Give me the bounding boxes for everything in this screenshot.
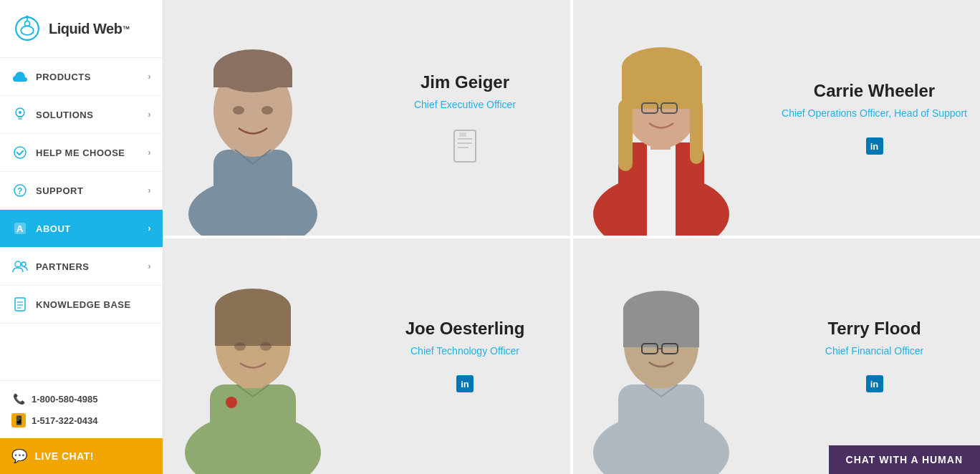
person-name-terry: Terry Flood bbox=[827, 319, 921, 339]
svg-rect-14 bbox=[15, 298, 25, 311]
chevron-right-icon: › bbox=[148, 223, 152, 233]
svg-rect-33 bbox=[647, 142, 676, 236]
svg-rect-19 bbox=[213, 150, 292, 236]
person-name-jim: Jim Geiger bbox=[421, 72, 509, 92]
sidebar-item-support[interactable]: ? SUPPORT › bbox=[0, 172, 163, 210]
a-icon: A bbox=[11, 220, 29, 237]
live-chat-button[interactable]: 💬 LIVE CHAT! bbox=[0, 438, 163, 474]
person-name-carrie: Carrie Wheeler bbox=[814, 81, 935, 101]
sidebar-item-about[interactable]: A ABOUT › bbox=[0, 210, 163, 248]
sidebar: Liquid Web™ PRODUCTS › SOLUTIONS › HELP … bbox=[0, 0, 163, 474]
mobile-icon: 📱 bbox=[11, 413, 26, 427]
silhouette-jim bbox=[170, 0, 335, 236]
nav-items: PRODUCTS › SOLUTIONS › HELP ME CHOOSE › … bbox=[0, 58, 163, 380]
sidebar-item-products[interactable]: PRODUCTS › bbox=[0, 58, 163, 96]
chevron-right-icon: › bbox=[148, 110, 152, 120]
svg-point-51 bbox=[226, 397, 237, 408]
linkedin-button-joe[interactable]: in bbox=[456, 375, 474, 392]
cloud-icon bbox=[11, 68, 29, 85]
silhouette-joe bbox=[170, 237, 335, 474]
logo-icon bbox=[11, 13, 43, 44]
question-icon: ? bbox=[11, 182, 29, 199]
checkmark-icon bbox=[11, 144, 29, 161]
silhouette-carrie bbox=[579, 0, 744, 236]
linkedin-button-terry[interactable]: in bbox=[866, 375, 883, 392]
silhouette-terry bbox=[579, 237, 744, 474]
contact-section: 📞 1-800-580-4985 📱 1-517-322-0434 bbox=[0, 380, 163, 438]
phone-icon: 📞 bbox=[11, 392, 26, 406]
person-title-joe: Chief Technology Officer bbox=[410, 344, 519, 359]
person-card-terry-flood: Terry Flood Chief Financial Officer in bbox=[572, 237, 980, 474]
photo-terry bbox=[572, 237, 784, 474]
logo-text: Liquid Web bbox=[49, 21, 122, 37]
chat-icon: 💬 bbox=[11, 448, 28, 464]
chevron-right-icon: › bbox=[148, 185, 152, 195]
lightbulb-icon bbox=[11, 106, 29, 123]
person-card-jim-geiger: Jim Geiger Chief Executive Officer bbox=[163, 0, 572, 237]
photo-carrie bbox=[572, 0, 784, 236]
linkedin-button-carrie[interactable]: in bbox=[866, 137, 883, 155]
vertical-divider bbox=[572, 0, 573, 474]
main-content: Jim Geiger Chief Executive Officer bbox=[163, 0, 980, 474]
sidebar-item-partners[interactable]: PARTNERS › bbox=[0, 248, 163, 286]
chevron-right-icon: › bbox=[148, 261, 152, 271]
svg-text:?: ? bbox=[17, 186, 23, 196]
svg-rect-37 bbox=[622, 66, 702, 109]
person-title-carrie: Chief Operations Officer, Head of Suppor… bbox=[782, 107, 967, 121]
chevron-right-icon: › bbox=[148, 72, 152, 82]
sidebar-item-knowledge-base[interactable]: KNOWLEDGE BASE bbox=[0, 286, 163, 324]
logo-area: Liquid Web™ bbox=[0, 0, 163, 58]
sidebar-item-solutions[interactable]: SOLUTIONS › bbox=[0, 96, 163, 134]
person-info-jim: Jim Geiger Chief Executive Officer bbox=[367, 0, 570, 236]
people-icon bbox=[11, 258, 29, 275]
svg-rect-30 bbox=[459, 132, 466, 137]
person-title-jim: Chief Executive Officer bbox=[414, 98, 516, 112]
svg-text:A: A bbox=[16, 223, 24, 234]
person-title-terry: Chief Financial Officer bbox=[825, 344, 923, 359]
svg-rect-48 bbox=[215, 306, 291, 346]
person-card-joe-oesterling: Joe Oesterling Chief Technology Officer … bbox=[163, 237, 572, 474]
photo-jim bbox=[163, 0, 375, 236]
phone-row-1[interactable]: 📞 1-800-580-4985 bbox=[11, 388, 151, 410]
cv-icon bbox=[451, 129, 479, 163]
chat-with-human-button[interactable]: CHAT WITH A HUMAN bbox=[829, 445, 980, 474]
svg-point-1 bbox=[21, 26, 34, 34]
svg-rect-44 bbox=[210, 384, 296, 474]
svg-point-2 bbox=[24, 21, 29, 26]
chevron-right-icon: › bbox=[148, 147, 152, 158]
sidebar-item-help-me-choose[interactable]: HELP ME CHOOSE › bbox=[0, 134, 163, 172]
person-info-carrie: Carrie Wheeler Chief Operations Officer,… bbox=[776, 0, 980, 236]
svg-point-12 bbox=[15, 261, 21, 267]
svg-point-50 bbox=[260, 342, 272, 351]
photo-joe bbox=[163, 237, 375, 474]
logo-tm: ™ bbox=[122, 24, 130, 33]
person-info-terry: Terry Flood Chief Financial Officer in bbox=[776, 237, 980, 474]
person-card-carrie-wheeler: Carrie Wheeler Chief Operations Officer,… bbox=[572, 0, 980, 237]
phone-row-2[interactable]: 📱 1-517-322-0434 bbox=[11, 410, 151, 431]
svg-rect-42 bbox=[690, 100, 703, 164]
svg-point-49 bbox=[234, 342, 246, 351]
svg-rect-23 bbox=[213, 69, 292, 87]
svg-point-7 bbox=[14, 147, 26, 158]
svg-rect-57 bbox=[623, 308, 699, 347]
book-icon bbox=[11, 296, 29, 313]
person-name-joe: Joe Oesterling bbox=[405, 319, 525, 339]
svg-rect-53 bbox=[618, 384, 704, 474]
svg-point-6 bbox=[19, 111, 21, 114]
svg-point-25 bbox=[261, 106, 273, 115]
person-info-joe: Joe Oesterling Chief Technology Officer … bbox=[367, 237, 570, 474]
svg-point-13 bbox=[21, 262, 26, 266]
svg-point-4 bbox=[26, 16, 29, 19]
svg-point-24 bbox=[233, 106, 244, 115]
svg-rect-41 bbox=[618, 100, 633, 171]
